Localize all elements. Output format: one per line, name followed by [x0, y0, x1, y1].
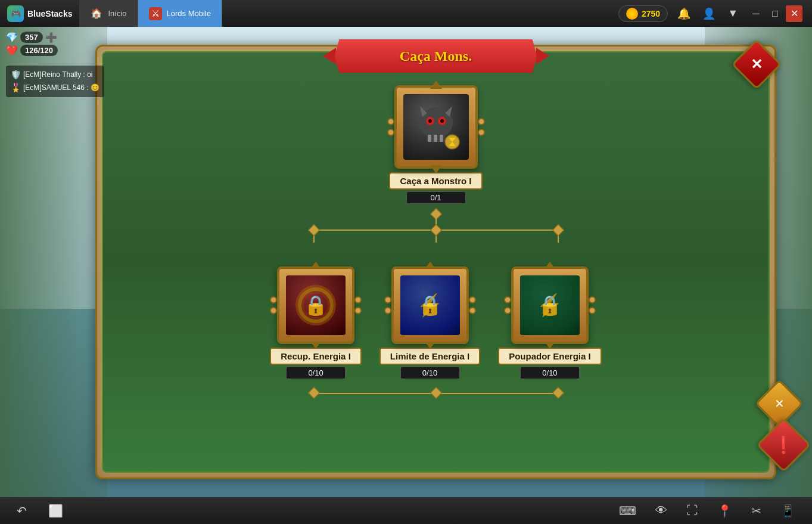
bone-12	[469, 307, 476, 314]
bone-knob-1	[387, 118, 394, 125]
diamond-center	[430, 224, 442, 236]
top-skill-frame	[394, 85, 478, 169]
chat-overlay: 🛡️ [EcM]Reino Thally : oi 🎖️ [EcM]SAMUEL…	[6, 66, 104, 97]
bone-knob-2	[387, 129, 394, 136]
chat-line-1: 🛡️ [EcM]Reino Thally : oi	[11, 68, 99, 81]
quest-button[interactable]: ❗	[757, 418, 811, 473]
skill-limite-label: Limite de Energia I	[379, 348, 480, 365]
location-button[interactable]: 📍	[713, 501, 737, 520]
banner-right-decoration	[536, 48, 549, 64]
close-panel-icon: ✕	[751, 56, 763, 73]
lock-overlay-1: 🔒	[286, 275, 346, 335]
svg-rect-3	[434, 135, 437, 142]
bone-10	[384, 307, 391, 314]
title-banner-bg: Caça Mons.	[335, 39, 537, 73]
skill-recup-progress: 0/10	[286, 367, 346, 379]
window-controls: ─ □ ✕	[748, 5, 802, 22]
lock-icon-1: 🔒	[304, 294, 328, 317]
bottom-nav-left: ↶ ⬜	[12, 501, 68, 520]
bone-6	[270, 307, 277, 314]
skill-recup-energia[interactable]: 🔒 Recup. Energia I 0/10	[270, 266, 362, 379]
close-button-diamond[interactable]: ✕	[755, 379, 804, 428]
gem-count: 357	[20, 32, 43, 43]
minimize-button[interactable]: ─	[748, 5, 764, 22]
banner-left-decoration	[323, 48, 336, 64]
bottom-diamond-right	[552, 387, 564, 399]
quest-icon: ❗	[773, 435, 794, 455]
skill-poupador-energia[interactable]: ⚡ 🔒 Poupador Energia I 0/10	[498, 266, 602, 379]
menu-icon[interactable]: ▼	[725, 5, 741, 22]
lock-icon-2: 🔒	[418, 294, 442, 317]
bone-knob-4	[478, 129, 485, 136]
tab-lords-mobile-label: Lords Mobile	[167, 9, 211, 18]
settings-icon[interactable]: 🔔	[675, 5, 693, 23]
tab-lords-mobile[interactable]: ⚔ Lords Mobile	[138, 0, 222, 27]
panel-inner: Caça Mons. ✕	[102, 51, 770, 473]
skill-limite-progress: 0/10	[400, 367, 460, 379]
player-stats: 💎 357 ➕ ❤️ 126/120	[6, 32, 58, 58]
bone-7	[354, 296, 362, 303]
bone-15	[589, 296, 596, 303]
diamond-right	[552, 224, 564, 236]
fullscreen-button[interactable]: ⛶	[682, 501, 703, 520]
maximize-button[interactable]: □	[767, 5, 783, 22]
panel-title: Caça Mons.	[400, 48, 472, 64]
bottom-connector-area	[257, 379, 615, 397]
frame-left-deco-2	[384, 296, 391, 314]
frame-left-deco-3	[504, 296, 511, 314]
svg-point-11	[445, 135, 459, 149]
top-skill-node[interactable]: Caça a Monstro I 0/1	[389, 85, 482, 204]
lock-overlay-3: 🔒	[520, 275, 580, 335]
skill-limite-energia[interactable]: ⚡ 🔒 Limite de Energia I 0/10	[379, 266, 480, 379]
top-skill-label: Caça a Monstro I	[389, 172, 482, 190]
frame-right-deco-3	[589, 296, 596, 314]
home-button[interactable]: ⬜	[43, 501, 68, 520]
bone-13	[504, 296, 511, 303]
skill-poupador-inner: ⚡ 🔒	[520, 275, 580, 335]
main-panel: Caça Mons. ✕	[95, 45, 776, 479]
plus-icon[interactable]: ➕	[45, 32, 57, 43]
home-tab-icon: 🏠	[90, 7, 103, 20]
close-button[interactable]: ✕	[786, 5, 802, 22]
title-banner: Caça Mons.	[335, 39, 537, 73]
frame-right-deco-2	[469, 296, 476, 314]
health-stat-row: ❤️ 126/120	[6, 45, 58, 56]
skill-poupador-frame: ⚡ 🔒	[511, 266, 589, 344]
svg-rect-4	[440, 135, 443, 142]
background-trees-left	[0, 27, 107, 497]
chat-message-1: [EcM]Reino Thally : oi	[23, 69, 93, 80]
scissors-button[interactable]: ✂	[746, 501, 766, 520]
svg-rect-2	[428, 135, 431, 142]
skill-recup-inner: 🔒	[286, 275, 346, 335]
eye-button[interactable]: 👁	[651, 501, 672, 520]
account-icon[interactable]: 👤	[700, 5, 718, 23]
lords-mobile-tab-icon: ⚔	[149, 7, 162, 20]
frame-left-deco-1	[270, 296, 277, 314]
bone-9	[384, 296, 391, 303]
tab-inicio-label: Início	[108, 9, 126, 18]
quick-buttons: ✕ ❗	[762, 386, 803, 464]
health-count: 126/120	[20, 45, 58, 56]
phone-button[interactable]: 📱	[776, 501, 800, 520]
bottom-bar: ↶ ⬜ ⌨ 👁 ⛶ 📍 ✂ 📱	[0, 497, 812, 524]
lock-icon-3: 🔒	[538, 294, 562, 317]
keyboard-button[interactable]: ⌨	[614, 501, 641, 520]
svg-point-8	[440, 119, 444, 123]
chat-icon-1: 🛡️	[11, 68, 21, 81]
skill-tree: Caça a Monstro I 0/1	[103, 85, 769, 397]
chat-message-2: [EcM]SAMUEL 546 : 😊	[23, 82, 99, 94]
bone-14	[504, 307, 511, 314]
heart-icon: ❤️	[6, 45, 18, 56]
skill-recup-label: Recup. Energia I	[270, 348, 362, 365]
skill-limite-inner: ⚡ 🔒	[400, 275, 460, 335]
top-bar: 🎮 BlueStacks 🏠 Início ⚔ Lords Mobile 275…	[0, 0, 812, 27]
close-diamond-icon: ✕	[774, 396, 785, 411]
skill-poupador-progress: 0/10	[520, 367, 580, 379]
top-skill-progress: 0/1	[406, 191, 466, 204]
back-button[interactable]: ↶	[12, 501, 32, 520]
chat-line-2: 🎖️ [EcM]SAMUEL 546 : 😊	[11, 81, 99, 94]
game-area: 💎 357 ➕ ❤️ 126/120 🛡️ [EcM]Reino Thally …	[0, 27, 812, 497]
bottom-diamond-left	[308, 387, 320, 399]
tab-inicio[interactable]: 🏠 Início	[79, 0, 138, 27]
frame-right-deco-1	[354, 296, 362, 314]
